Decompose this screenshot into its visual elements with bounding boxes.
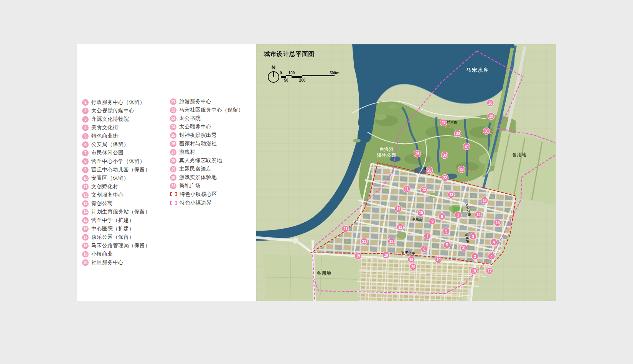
map-marker-13: 13: [448, 191, 455, 198]
legend-item-13: 13青创公寓: [82, 199, 150, 208]
map-marker-31: 31: [460, 244, 468, 252]
legend-item-label: 文创服务中心: [91, 192, 124, 198]
legend-item-label: 齐源文化博物院: [91, 116, 129, 123]
map-marker-3: 3: [470, 233, 477, 240]
map-marker-20: 20: [410, 263, 417, 271]
map-marker-15: 15: [494, 219, 501, 226]
map-marker-10: 10: [417, 209, 425, 216]
map-marker-11: 11: [395, 205, 402, 213]
legend-item-label: 祭礼广场: [179, 182, 201, 189]
legend-item-11: 11文创孵化村: [82, 182, 150, 191]
legend-item-label: 旅游服务中心: [179, 98, 211, 105]
legend-item-4: 4美食文化街: [82, 123, 150, 132]
legend-item-label: 游戏村: [179, 149, 195, 156]
legend-item-18: 18马宋公路管理局（保留）: [82, 241, 150, 250]
map-marker-13: 13: [388, 238, 395, 245]
legend-item-number: 28: [170, 157, 176, 164]
legend-item-2: 2太公视觉传媒中心: [82, 107, 150, 115]
legend-item-30: 30游戏实景体验地: [170, 173, 244, 182]
map-marker-13: 13: [420, 186, 428, 193]
map-marker-24: 24: [463, 143, 470, 150]
legend-item-number: 25: [170, 132, 176, 139]
legend-item-number: 10: [82, 175, 89, 182]
legend-item-1: 1行政服务中心（保留）: [82, 98, 150, 107]
legend-item-label: 中心医院（扩建）: [91, 225, 134, 232]
legend-item-number: 12: [82, 192, 89, 198]
legend-item-label: 营丘中心幼儿园（保留）: [91, 166, 150, 173]
map-marker-23: 23: [458, 166, 465, 173]
legend-item-label: 小镇商业: [91, 251, 113, 257]
map-marker-19: 19: [435, 256, 442, 264]
map-marker-12: 12: [397, 224, 404, 231]
map-marker-4: 4: [490, 239, 498, 246]
legend-item-number: 7: [82, 150, 89, 156]
map-marker-27: 27: [440, 119, 447, 126]
legend-item-27: 27游戏村: [170, 148, 244, 156]
legend-item-number: 14: [82, 209, 89, 215]
map-marker-7: 7: [424, 233, 431, 240]
legend-item-label: 封神夜景演出秀: [179, 132, 217, 139]
map-marker-22: 22: [442, 174, 449, 182]
legend-item-number: 1: [82, 99, 89, 106]
legend-item-8: 8营丘中心小学（保留）: [82, 157, 150, 166]
legend-item-label: 行政服务中心（保留）: [91, 99, 145, 106]
legend-item-7: 7市民休闲公园: [82, 149, 150, 157]
legend-item-9: 9营丘中心幼儿园（保留）: [82, 166, 150, 174]
legend-item-number: 9: [82, 167, 89, 173]
map-marker-30: 30: [454, 130, 462, 137]
legend-item-5: 5特色商业街: [82, 132, 150, 140]
legend-item-number: 8: [82, 158, 89, 165]
legend-item-label: 社区服务中心: [91, 259, 124, 266]
legend-item-15: 15营丘中学（扩建）: [82, 216, 150, 225]
legend-item-12: 12文创服务中心: [82, 191, 150, 199]
legend-item-number: 4: [82, 125, 89, 131]
legend-item-label: 营丘中心小学（保留）: [91, 158, 145, 165]
legend-item-6: 6公安局（保留）: [82, 140, 150, 149]
map-marker-5: 5: [443, 241, 451, 249]
map-marker-17: 17: [486, 267, 493, 275]
legend-item-20: 20社区服务中心: [82, 258, 150, 267]
map-marker-19: 19: [408, 256, 415, 263]
map-marker-21: 21: [361, 238, 368, 245]
legend-item-21: 21旅游服务中心: [170, 97, 244, 106]
legend-item-10: 10安置区（保留）: [82, 174, 150, 182]
legend-item-22: 22马宋社区服务中心（保留）: [170, 106, 244, 114]
legend-item-label: 康乐公园（保留）: [91, 234, 134, 241]
legend-item-number: 29: [170, 166, 176, 172]
legend-item-label: 文创孵化村: [91, 183, 118, 190]
legend-item-number: 3: [82, 116, 89, 123]
legend-item-16: 16中心医院（扩建）: [82, 225, 150, 233]
legend-item-25: 25封神夜景演出秀: [170, 131, 244, 139]
legend-item-24: 24太公颐养中心: [170, 123, 244, 131]
map-marker-29: 29: [488, 113, 495, 120]
map-marker-9: 9: [429, 218, 436, 225]
legend-item-number: 19: [82, 251, 89, 257]
legend-item-label: 青创公寓: [91, 200, 113, 207]
legend-item-number: 30: [170, 174, 176, 181]
map-marker-8: 8: [438, 213, 446, 220]
legend-item-number: 5: [82, 133, 89, 139]
map-marker-21: 21: [342, 225, 349, 233]
legend-item-label: 太公颐养中心: [179, 123, 211, 130]
legend-boundary-label: 特色小镇边界: [180, 199, 212, 206]
legend-item-17: 17康乐公园（保留）: [82, 233, 150, 241]
legend-item-26: 26画家村与动漫社: [170, 139, 244, 148]
legend-item-number: 22: [170, 107, 176, 113]
red-dashed-swatch: [170, 192, 177, 196]
legend-item-number: 16: [82, 226, 89, 232]
map-marker-28: 28: [487, 100, 494, 107]
legend-item-label: 画家村与动漫社: [179, 140, 217, 147]
legend-item-label: 计划生育服务站（保留）: [91, 208, 150, 215]
map-marker-14: 14: [475, 211, 482, 218]
legend-item-label: 市民休闲公园: [91, 149, 124, 156]
screenshot-root: 1行政服务中心（保留）2太公视觉传媒中心3齐源文化博物院4美食文化街5特色商业街…: [0, 0, 633, 364]
legend-item-number: 21: [170, 98, 176, 105]
map-marker-18: 18: [470, 267, 478, 275]
legend-item-number: 17: [82, 234, 89, 241]
map-marker-11: 11: [403, 185, 410, 193]
legend-item-29: 29主题民宿酒店: [170, 165, 244, 173]
legend-item-label: 真人秀综艺取景地: [179, 157, 222, 164]
legend-column-1: 1行政服务中心（保留）2太公视觉传媒中心3齐源文化博物院4美食文化街5特色商业街…: [82, 98, 150, 267]
legend-item-label: 太公书院: [179, 115, 201, 122]
legend-item-number: 24: [170, 124, 176, 130]
